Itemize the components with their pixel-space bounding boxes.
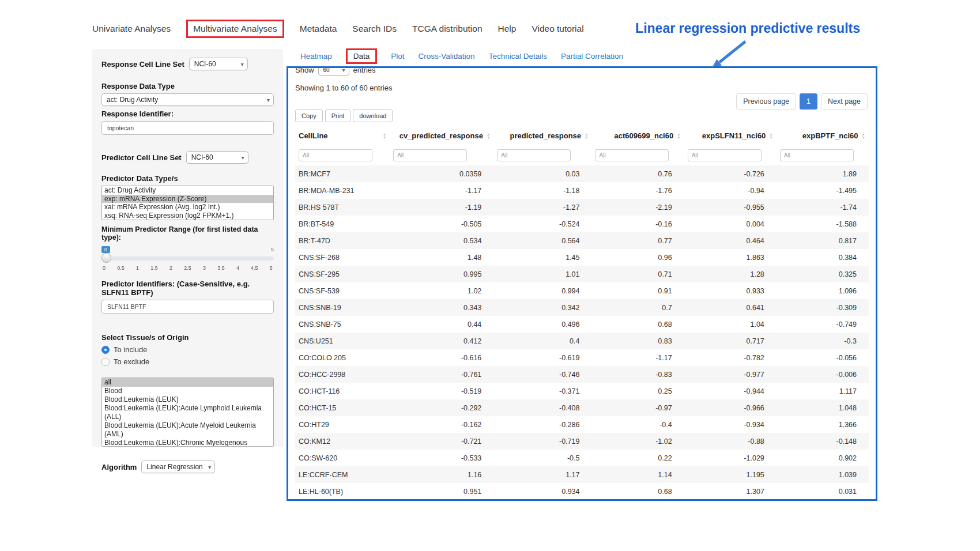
option-blood-leukemia-leuk[interactable]: Blood:Leukemia (LEUK) — [102, 395, 273, 404]
print-button[interactable]: Print — [325, 110, 351, 122]
table-row: BR:MDA-MB-231-1.17-1.18-1.76-0.94-1.495 — [295, 182, 869, 199]
column-header-expbptf-nci60[interactable]: expBPTF_nci60▲▼ — [777, 127, 869, 145]
nav-item-help[interactable]: Help — [498, 24, 517, 34]
response-identifier-input[interactable] — [101, 121, 274, 135]
cell-value: 1.28 — [684, 266, 777, 282]
pagination: Previous page 1 Next page — [736, 93, 868, 110]
download-button[interactable]: download — [353, 110, 393, 122]
nav-item-search-ids[interactable]: Search IDs — [352, 24, 397, 34]
cell-value: 1.17 — [493, 466, 591, 483]
sort-icon[interactable]: ▲▼ — [677, 133, 680, 139]
cell-value: 0.77 — [591, 232, 684, 249]
cell-line-name: BR:MDA-MB-231 — [295, 182, 390, 199]
cell-value: 0.641 — [684, 299, 777, 316]
algorithm-label: Algorithm — [101, 463, 137, 471]
response-cell-line-set-label: Response Cell Line Set — [101, 60, 184, 69]
cell-value: -0.749 — [777, 316, 869, 333]
cell-value: 0.7 — [591, 299, 684, 316]
table-row: LE:CCRF-CEM1.161.171.141.1951.039 — [295, 466, 869, 483]
cell-value: -1.17 — [591, 349, 684, 366]
filter-input-cv-predicted-response[interactable] — [393, 149, 467, 161]
predictor-identifiers-input[interactable] — [101, 300, 274, 314]
tab-technical-details[interactable]: Technical Details — [489, 52, 547, 61]
column-header-act609699-nci60[interactable]: act609699_nci60▲▼ — [591, 127, 684, 145]
column-header-cv-predicted-response[interactable]: cv_predicted_response▲▼ — [390, 127, 493, 145]
export-buttons: CopyPrintdownload — [295, 110, 869, 122]
predictor-data-type-list[interactable]: act: Drug Activityexp: mRNA Expression (… — [101, 186, 274, 220]
sort-desc-icon: ▼ — [769, 136, 772, 139]
option-xai-mrna-expression-avg-log2-int[interactable]: xai: mRNA Expression (Avg. log2 Int.) — [102, 203, 273, 212]
option-act-drug-activity[interactable]: act: Drug Activity — [102, 186, 273, 195]
radio-to-exclude[interactable]: To exclude — [101, 357, 274, 366]
slider-tick: 5 — [270, 265, 273, 271]
cell-value: 1.366 — [777, 416, 869, 433]
column-label: act609699_nci60 — [615, 131, 674, 140]
nav-item-tcga-distribution[interactable]: TCGA distribution — [412, 24, 482, 34]
response-data-type-select[interactable]: act: Drug Activity ▾ — [101, 93, 274, 106]
option-blood-leukemia-leuk-acute-myeloid-leukemia-aml[interactable]: Blood:Leukemia (LEUK):Acute Myeloid Leuk… — [102, 421, 273, 439]
tab-heatmap[interactable]: Heatmap — [300, 52, 332, 61]
cell-value: -0.97 — [591, 399, 684, 416]
current-page-button[interactable]: 1 — [800, 93, 817, 110]
cell-value: -0.746 — [493, 366, 591, 383]
nav-item-video-tutorial[interactable]: Video tutorial — [532, 24, 583, 34]
option-blood-leukemia-leuk-acute-lymphoid-leukemia-all[interactable]: Blood:Leukemia (LEUK):Acute Lymphoid Leu… — [102, 404, 273, 421]
filter-input-expbptf-nci60[interactable] — [780, 149, 854, 161]
column-header-cellline[interactable]: CellLine▲▼ — [295, 127, 390, 145]
cell-value: 0.91 — [591, 282, 684, 299]
cell-line-name: BR:BT-549 — [295, 216, 390, 232]
sort-icon[interactable]: ▲▼ — [383, 133, 386, 139]
cell-value: -1.27 — [493, 199, 591, 216]
sort-icon[interactable]: ▲▼ — [862, 133, 865, 139]
slider-track[interactable] — [101, 256, 274, 261]
sort-icon[interactable]: ▲▼ — [585, 133, 588, 139]
column-header-predicted-response[interactable]: predicted_response▲▼ — [493, 127, 591, 145]
tab-data[interactable]: Data — [346, 48, 378, 64]
tab-cross-validation[interactable]: Cross-Validation — [419, 52, 475, 61]
radio-to-include[interactable]: To include — [101, 345, 274, 354]
option-blood[interactable]: Blood — [102, 387, 273, 395]
nav-item-metadata[interactable]: Metadata — [300, 24, 337, 34]
filter-input-predicted-response[interactable] — [497, 149, 571, 161]
predictor-cell-line-set-select[interactable]: NCI-60 ▾ — [186, 151, 248, 164]
filter-input-expslfn11-nci60[interactable] — [688, 149, 762, 161]
filter-input-act609699-nci60[interactable] — [595, 149, 669, 161]
sort-icon[interactable]: ▲▼ — [487, 133, 490, 139]
slider-tick: 4.5 — [251, 265, 258, 271]
option-all[interactable]: all — [102, 378, 273, 387]
algorithm-select[interactable]: Linear Regression ▾ — [141, 461, 215, 473]
option-blood-leukemia-leuk-chronic-myelogenous-leukemia-cml[interactable]: Blood:Leukemia (LEUK):Chronic Myelogenou… — [102, 439, 273, 447]
cell-value: 1.096 — [777, 282, 869, 299]
radio-label: To exclude — [114, 357, 149, 366]
copy-button[interactable]: Copy — [295, 110, 323, 122]
nav-item-univariate-analyses[interactable]: Univariate Analyses — [92, 24, 171, 34]
response-cell-line-set-select[interactable]: NCI-60 ▾ — [189, 58, 248, 70]
next-page-button[interactable]: Next page — [821, 93, 868, 110]
column-header-inner: expBPTF_nci60▲▼ — [780, 131, 865, 140]
column-header-expslfn11-nci60[interactable]: expSLFN11_nci60▲▼ — [684, 127, 777, 145]
filter-input-cellline[interactable] — [299, 149, 372, 161]
table-row: CNS:SNB-750.440.4960.681.04-0.749 — [295, 316, 869, 333]
option-exp-mrna-expression-z-score[interactable]: exp: mRNA Expression (Z-Score) — [102, 195, 273, 203]
cell-value: 1.048 — [777, 399, 869, 416]
cell-line-name: CO:SW-620 — [295, 450, 390, 466]
nav-item-multivariate-analyses[interactable]: Multivariate Analyses — [186, 20, 284, 38]
cell-value: -0.721 — [390, 433, 493, 450]
cell-line-name: LE:HL-60(TB) — [295, 483, 390, 500]
cell-value: -1.19 — [390, 199, 493, 216]
column-header-inner: predicted_response▲▼ — [497, 131, 588, 140]
tab-partial-correlation[interactable]: Partial Correlation — [561, 52, 623, 61]
show-entries-select[interactable]: 60 ▾ — [318, 66, 349, 76]
cell-value: -0.616 — [390, 349, 493, 366]
tissue-list[interactable]: allBloodBlood:Leukemia (LEUK)Blood:Leuke… — [101, 378, 274, 447]
option-xsq-rna-seq-expression-log2-fpkm-1[interactable]: xsq: RNA-seq Expression (log2 FPKM+1.) — [102, 212, 273, 220]
cell-value: 0.384 — [777, 249, 869, 266]
previous-page-button[interactable]: Previous page — [736, 93, 796, 110]
cell-line-name: CO:COLO 205 — [295, 349, 390, 366]
cell-value: 0.534 — [390, 232, 493, 249]
sort-icon[interactable]: ▲▼ — [769, 133, 772, 139]
slider-handle[interactable] — [101, 253, 111, 263]
tab-plot[interactable]: Plot — [391, 52, 404, 61]
cell-value: -1.18 — [493, 182, 591, 199]
cell-line-name: CNS:U251 — [295, 333, 390, 349]
